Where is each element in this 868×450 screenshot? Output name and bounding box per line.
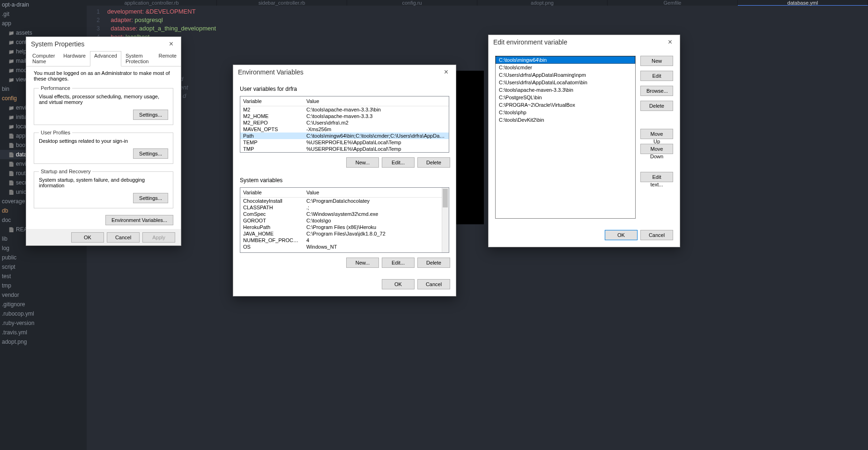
- table-row[interactable]: TMP%USERPROFILE%\AppData\Local\Temp: [240, 146, 449, 152]
- tree-item[interactable]: public: [0, 253, 87, 262]
- sys-edit-button[interactable]: Edit...: [382, 258, 415, 268]
- tree-item[interactable]: test: [0, 272, 87, 281]
- sys-new-button[interactable]: New...: [346, 258, 379, 268]
- move-down-button[interactable]: Move Down: [640, 144, 673, 154]
- table-row[interactable]: ChocolateyInstallC:\ProgramData\chocolat…: [240, 198, 449, 204]
- table-row[interactable]: PathC:\tools\mingw64\bin;C:\tools\cmder;…: [240, 133, 449, 139]
- tree-item[interactable]: .travis.yml: [0, 328, 87, 337]
- system-properties-dialog: System Properties × Computer NameHardwar…: [26, 37, 181, 246]
- table-row[interactable]: HerokuPathC:\Program Files (x86)\Heroku: [240, 224, 449, 230]
- performance-text: Visual effects, processor scheduling, me…: [39, 94, 168, 105]
- path-entry[interactable]: C:\tools\php: [496, 109, 635, 116]
- path-entry[interactable]: C:\tools\mingw64\bin: [496, 56, 635, 64]
- table-row[interactable]: M2_HOMEC:\tools\apache-maven-3.3.3: [240, 113, 449, 119]
- dialog-title-bar: System Properties ×: [26, 37, 181, 51]
- sysprops-tab[interactable]: System Protection: [121, 51, 155, 66]
- user-profiles-settings-button[interactable]: Settings...: [133, 148, 168, 159]
- apply-button[interactable]: Apply: [142, 232, 175, 243]
- user-new-button[interactable]: New...: [346, 157, 379, 168]
- table-row[interactable]: OSWindows_NT: [240, 243, 449, 250]
- close-icon[interactable]: ×: [166, 40, 176, 48]
- table-row[interactable]: M2C:\tools\apache-maven-3.3.3\bin: [240, 106, 449, 113]
- ok-button[interactable]: OK: [382, 279, 415, 289]
- user-delete-button[interactable]: Delete: [417, 157, 450, 168]
- table-row[interactable]: TEMP%USERPROFILE%\AppData\Local\Temp: [240, 139, 449, 146]
- sysprops-tab[interactable]: Remote: [154, 51, 181, 66]
- move-up-button[interactable]: Move Up: [640, 129, 673, 139]
- sys-vars-list[interactable]: Variable Value ChocolateyInstallC:\Progr…: [240, 187, 449, 253]
- editor-tab[interactable]: config.ru: [347, 0, 477, 6]
- sysprops-tabs: Computer NameHardwareAdvancedSystem Prot…: [26, 51, 181, 66]
- edit-env-dialog: Edit environment variable × C:\tools\min…: [488, 35, 680, 247]
- table-row[interactable]: JAVA_HOMEC:\Program Files\Java\jdk1.8.0_…: [240, 230, 449, 237]
- tree-item[interactable]: script: [0, 262, 87, 272]
- tree-item[interactable]: .rubocop.yml: [0, 309, 87, 318]
- tree-item[interactable]: .git: [0, 9, 87, 19]
- cancel-button[interactable]: Cancel: [640, 230, 673, 240]
- editor-tab[interactable]: adopt.png: [477, 0, 608, 6]
- tree-item[interactable]: vendor: [0, 290, 87, 300]
- startup-settings-button[interactable]: Settings...: [133, 193, 168, 203]
- path-entry[interactable]: C:\tools\DevKit2\bin: [496, 116, 635, 124]
- dialog-title: System Properties: [31, 40, 84, 48]
- new-button[interactable]: New: [640, 56, 673, 66]
- table-row[interactable]: NUMBER_OF_PROCESSORS4: [240, 237, 449, 243]
- sys-vars-label: System variables: [233, 170, 456, 185]
- table-row[interactable]: M2_REPOC:\Users\drfra\.m2: [240, 119, 449, 126]
- editor-tab-bar: application_controller.rbsidebar_control…: [87, 0, 868, 6]
- tree-item[interactable]: .ruby-version: [0, 318, 87, 328]
- table-row[interactable]: CLASSPATH.;: [240, 204, 449, 211]
- sysprops-tab[interactable]: Computer Name: [28, 51, 59, 66]
- tree-item[interactable]: .gitignore: [0, 300, 87, 309]
- startup-recovery-group: Startup and Recovery System startup, sys…: [34, 169, 173, 208]
- sys-delete-button[interactable]: Delete: [417, 258, 450, 268]
- user-profiles-text: Desktop settings related to your sign-in: [39, 138, 168, 144]
- scrollbar[interactable]: [442, 188, 449, 252]
- tree-item[interactable]: tmp: [0, 281, 87, 290]
- path-entry[interactable]: C:\tools\cmder: [496, 64, 635, 71]
- performance-group: Performance Visual effects, processor sc…: [34, 85, 173, 125]
- path-entry[interactable]: C:\PostgreSQL\bin: [496, 94, 635, 101]
- sysprops-tab[interactable]: Hardware: [59, 51, 90, 66]
- ok-button[interactable]: OK: [71, 232, 104, 243]
- path-entries-list[interactable]: C:\tools\mingw64\binC:\tools\cmderC:\Use…: [495, 56, 636, 219]
- path-entry[interactable]: C:\Users\drfra\AppData\Roaming\npm: [496, 71, 635, 79]
- user-vars-label: User variables for drfra: [233, 79, 456, 94]
- admin-note: You must be logged on as an Administrato…: [28, 66, 179, 82]
- tree-item[interactable]: assets: [0, 28, 87, 37]
- edit-button[interactable]: Edit: [640, 71, 673, 81]
- performance-settings-button[interactable]: Settings...: [133, 110, 168, 120]
- cancel-button[interactable]: Cancel: [417, 279, 450, 289]
- dialog-title: Environment Variables: [238, 68, 304, 76]
- tree-item[interactable]: adopt.png: [0, 337, 87, 347]
- browse-button[interactable]: Browse...: [640, 86, 673, 96]
- table-row[interactable]: GOROOTC:\tools\go: [240, 217, 449, 224]
- editor-tab[interactable]: application_controller.rb: [87, 0, 217, 6]
- path-entry[interactable]: C:\tools\apache-maven-3.3.3\bin: [496, 86, 635, 94]
- cancel-button[interactable]: Cancel: [107, 232, 140, 243]
- tree-item[interactable]: app: [0, 19, 87, 28]
- user-edit-button[interactable]: Edit...: [382, 157, 415, 168]
- close-icon[interactable]: ×: [665, 38, 675, 46]
- tree-root[interactable]: opt-a-drain: [0, 0, 87, 9]
- dialog-title: Edit environment variable: [493, 38, 567, 46]
- edit-text-button[interactable]: Edit text...: [640, 172, 673, 182]
- sysprops-tab[interactable]: Advanced: [90, 51, 121, 66]
- editor-tab[interactable]: database.yml: [738, 0, 868, 6]
- editor-tab[interactable]: Gemfile: [608, 0, 738, 6]
- user-profiles-group: User Profiles Desktop settings related t…: [34, 130, 173, 164]
- env-variables-dialog: Environment Variables × User variables f…: [233, 65, 456, 296]
- path-entry[interactable]: C:\PROGRA~2\Oracle\VirtualBox: [496, 101, 635, 109]
- ok-button[interactable]: OK: [605, 230, 638, 240]
- startup-recovery-text: System startup, system failure, and debu…: [39, 177, 168, 188]
- editor-tab[interactable]: sidebar_controller.rb: [217, 0, 347, 6]
- close-icon[interactable]: ×: [441, 68, 451, 76]
- user-vars-list[interactable]: Variable Value M2C:\tools\apache-maven-3…: [240, 96, 449, 153]
- table-row[interactable]: ComSpecC:\Windows\system32\cmd.exe: [240, 211, 449, 217]
- env-variables-button[interactable]: Environment Variables...: [105, 215, 173, 225]
- delete-button[interactable]: Delete: [640, 101, 673, 111]
- table-row[interactable]: MAVEN_OPTS-Xms256m: [240, 126, 449, 133]
- path-entry[interactable]: C:\Users\drfra\AppData\Local\atom\bin: [496, 79, 635, 86]
